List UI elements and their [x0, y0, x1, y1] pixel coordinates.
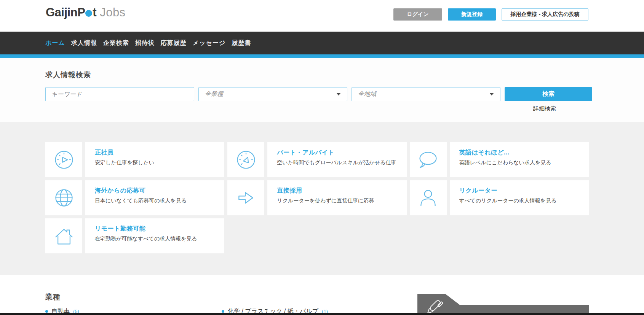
card-body: パート・アルバイト 空いた時間でもグローバルスキルが活かせる仕事	[267, 142, 406, 177]
category-cards-grid: 正社員 安定した仕事を探したい パート・アルバイト 空いた時間でもグローバルスキ…	[45, 142, 589, 253]
gaijinpot-jobs-logo[interactable]: GaijinPt Jobs	[46, 6, 126, 19]
category-title[interactable]: 海外からの応募可	[95, 187, 221, 195]
card-body: リモート勤務可能 在宅勤務が可能なすべての求人情報を見る	[85, 218, 224, 253]
card-body: 英語はそれほど... 英語レベルにこだわらない求人を見る	[450, 142, 589, 177]
main-navigation: ホーム 求人情報 企業検索 招待状 応募履歴 メッセージ 履歴書	[0, 32, 644, 54]
category-description: 空いた時間でもグローバルスキルが活かせる仕事	[277, 159, 403, 166]
pencil-icon	[423, 296, 445, 315]
category-card-low-english[interactable]: 英語はそれほど... 英語レベルにこだわらない求人を見る	[410, 142, 589, 177]
logo-blue-dot-icon	[85, 10, 92, 17]
logo-text-dark: GaijinP	[46, 6, 85, 19]
category-title[interactable]: パート・アルバイト	[277, 149, 403, 157]
arrow-right-icon	[227, 180, 264, 215]
nav-item-job-listings[interactable]: 求人情報	[71, 39, 97, 47]
nav-accent-bar	[0, 54, 644, 58]
header: GaijinPt Jobs ログイン 新規登録 採用企業様 - 求人広告の投稿	[0, 0, 644, 31]
bullet-icon	[45, 310, 48, 313]
search-section-title: 求人情報検索	[45, 70, 91, 80]
login-button[interactable]: ログイン	[393, 8, 442, 21]
header-actions: ログイン 新規登録 採用企業様 - 求人広告の投稿	[393, 8, 588, 21]
employer-post-job-button[interactable]: 採用企業様 - 求人広告の投稿	[502, 8, 588, 21]
category-title[interactable]: リモート勤務可能	[95, 225, 221, 233]
nav-item-application-history[interactable]: 応募履歴	[161, 39, 187, 47]
nav-item-company-search[interactable]: 企業検索	[103, 39, 129, 47]
stopwatch-icon	[227, 142, 264, 177]
nav-item-resume[interactable]: 履歴書	[232, 39, 251, 47]
category-description: 日本にいなくても応募可の求人を見る	[95, 197, 221, 204]
category-title[interactable]: リクルーター	[459, 187, 585, 195]
category-title[interactable]: 英語はそれほど...	[459, 149, 585, 157]
advanced-search-link[interactable]: 詳細検索	[501, 105, 588, 112]
card-body: リクルーター すべてのリクルーターの求人情報を見る	[450, 180, 589, 215]
card-body: 海外からの応募可 日本にいなくても応募可の求人を見る	[85, 180, 224, 215]
category-description: リクルーターを使わずに直接仕事に応募	[277, 197, 403, 204]
category-card-parttime[interactable]: パート・アルバイト 空いた時間でもグローバルスキルが活かせる仕事	[227, 142, 406, 177]
nav-item-messages[interactable]: メッセージ	[193, 39, 226, 47]
category-title[interactable]: 直接採用	[277, 187, 403, 195]
logo-text-jobs: Jobs	[100, 6, 125, 19]
location-select-value: 全地域	[358, 90, 376, 98]
bullet-icon	[222, 310, 224, 313]
page: GaijinPt Jobs ログイン 新規登録 採用企業様 - 求人広告の投稿 …	[0, 0, 644, 315]
chevron-down-icon	[336, 93, 341, 95]
person-icon	[410, 180, 447, 215]
job-search-section: 求人情報検索 全業種 全地域 検索 詳細検索	[0, 58, 644, 122]
category-description: すべてのリクルーターの求人情報を見る	[459, 197, 585, 204]
search-submit-button[interactable]: 検索	[505, 87, 592, 101]
category-card-recruiters[interactable]: リクルーター すべてのリクルーターの求人情報を見る	[410, 180, 589, 215]
logo-text-dark2: t	[93, 6, 96, 19]
globe-icon	[45, 180, 82, 215]
clock-icon	[45, 142, 82, 177]
category-description: 安定した仕事を探したい	[95, 159, 221, 166]
industry-select-value: 全業種	[205, 90, 223, 98]
location-select[interactable]: 全地域	[352, 87, 500, 101]
chevron-down-icon	[489, 93, 494, 95]
speech-bubble-icon	[410, 142, 447, 177]
screenshot-bottom-edge	[0, 313, 644, 315]
category-description: 英語レベルにこだわらない求人を見る	[459, 159, 585, 166]
industry-select[interactable]: 全業種	[198, 87, 347, 101]
category-card-fulltime[interactable]: 正社員 安定した仕事を探したい	[45, 142, 224, 177]
register-button[interactable]: 新規登録	[448, 8, 496, 21]
card-body: 正社員 安定した仕事を探したい	[85, 142, 224, 177]
category-card-apply-from-overseas[interactable]: 海外からの応募可 日本にいなくても応募可の求人を見る	[45, 180, 224, 215]
resume-banner-tab	[417, 294, 589, 315]
category-card-remote-work[interactable]: リモート勤務可能 在宅勤務が可能なすべての求人情報を見る	[45, 218, 224, 253]
category-description: 在宅勤務が可能なすべての求人情報を見る	[95, 235, 221, 242]
card-body: 直接採用 リクルーターを使わずに直接仕事に応募	[267, 180, 406, 215]
category-card-direct-hire[interactable]: 直接採用 リクルーターを使わずに直接仕事に応募	[227, 180, 406, 215]
nav-item-invitations[interactable]: 招待状	[135, 39, 155, 47]
industries-section-title: 業種	[45, 292, 61, 302]
category-title[interactable]: 正社員	[95, 149, 221, 157]
search-row: 全業種 全地域 検索	[45, 87, 592, 101]
nav-item-home[interactable]: ホーム	[45, 39, 65, 47]
house-icon	[45, 218, 82, 253]
keyword-search-input[interactable]	[45, 87, 194, 101]
